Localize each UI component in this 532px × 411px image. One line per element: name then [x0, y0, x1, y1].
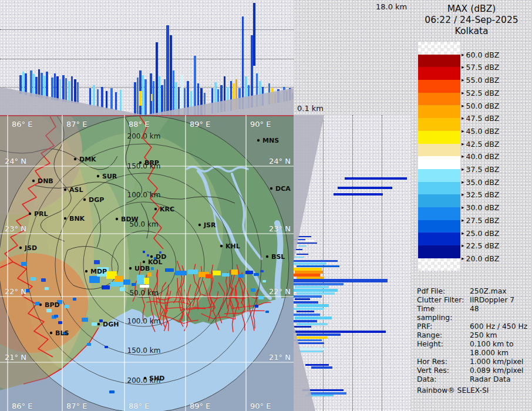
- colorbar-tick-label: ▸52.5 dBZ: [462, 88, 499, 97]
- echo-bar: [184, 88, 186, 115]
- map-lon-label-top: 88° E: [129, 120, 149, 129]
- echo-bar: [137, 78, 139, 115]
- echo-bar: [54, 73, 56, 100]
- echo-bar: [97, 89, 99, 107]
- metadata-value: 1.000 km/pixel: [470, 358, 531, 366]
- echo-bar: [224, 76, 225, 112]
- radar-echo: [147, 272, 151, 277]
- echo-bar: [297, 342, 324, 344]
- echo-bar: [142, 75, 144, 115]
- city-label: DCA: [275, 185, 291, 193]
- echo-bar: [295, 298, 310, 300]
- city-label: DGP: [89, 196, 104, 204]
- colorbar-block-below-min: [418, 258, 460, 271]
- echo-bar: [194, 56, 196, 115]
- radar-echo: [58, 321, 62, 324]
- radar-echo: [94, 260, 100, 264]
- city-label: UDB: [134, 265, 150, 272]
- echo-bar: [294, 257, 304, 258]
- city-marker: [50, 332, 52, 334]
- colorbar-block: [418, 194, 460, 207]
- map-lon-label-bottom: 86° E: [12, 402, 32, 410]
- echo-bar: [302, 389, 344, 391]
- echo-bar: [242, 16, 244, 109]
- tick-text: 30.0 dBZ: [466, 203, 500, 212]
- echo-bar: [274, 94, 276, 103]
- map-lon-label-top: 87° E: [66, 120, 87, 129]
- echo-bar: [101, 87, 103, 108]
- colorbar-tick-label: ▸27.5 dBZ: [462, 215, 499, 224]
- city-label: BRP: [144, 159, 159, 167]
- metadata-value: 0.089 km/pixel: [470, 366, 531, 375]
- echo-bar: [49, 75, 50, 99]
- echo-bar: [230, 81, 232, 111]
- height-gridline: [352, 115, 353, 411]
- radar-echo: [144, 278, 149, 284]
- radar-echo: [231, 269, 238, 275]
- city-label: JSD: [24, 244, 37, 252]
- tick-text: 40.0 dBZ: [466, 152, 500, 161]
- radar-echo: [265, 311, 269, 313]
- metadata-row: Clutter Filter:IIRDoppler 7: [417, 296, 531, 305]
- city-label: KRC: [160, 206, 174, 213]
- height-axis-min-label: 0.1 km: [297, 104, 324, 113]
- colorbar-tick-label: ▸25.0 dBZ: [462, 228, 499, 237]
- tick-text: 52.5 dBZ: [466, 88, 500, 97]
- radar-echo: [92, 322, 97, 326]
- tick-text: 45.0 dBZ: [466, 126, 500, 135]
- echo-bar: [338, 187, 392, 189]
- tick-arrow-icon: ▸: [462, 205, 464, 210]
- echo-bar: [294, 331, 386, 333]
- echo-bar: [256, 73, 258, 107]
- echo-bar: [106, 91, 107, 109]
- echo-bar: [294, 239, 305, 240]
- echo-bar: [294, 301, 318, 304]
- city-label: KOL: [148, 258, 162, 266]
- tick-arrow-icon: ▸: [462, 217, 464, 223]
- echo-bar: [305, 395, 334, 396]
- echo-bar: [297, 292, 335, 295]
- radar-echo: [245, 271, 253, 274]
- echo-bar: [59, 79, 61, 101]
- city-label: MNS: [262, 137, 279, 144]
- tick-text: 22.5 dBZ: [466, 241, 500, 250]
- radar-echo: [132, 283, 136, 286]
- echo-bar: [235, 79, 237, 110]
- echo-bar: [297, 311, 314, 312]
- radar-echo: [258, 296, 264, 299]
- city-marker: [116, 218, 118, 220]
- tick-arrow-icon: ▸: [462, 103, 464, 108]
- echo-bar: [120, 90, 122, 112]
- city-label: BNK: [69, 215, 85, 223]
- echo-bar: [74, 79, 76, 103]
- metadata-label: Hor Res:: [417, 358, 470, 366]
- radar-echo: [110, 282, 123, 287]
- colorbar-tick-label: ▸32.5 dBZ: [462, 190, 499, 199]
- range-ring-label: 50.0 km: [129, 289, 158, 297]
- map-lat-label-right: 23° N: [269, 224, 291, 233]
- echo-bar: [170, 35, 172, 115]
- city-marker: [198, 224, 201, 226]
- echo-bar: [345, 177, 407, 180]
- echo-bar: [25, 73, 27, 95]
- radar-echo: [255, 305, 258, 308]
- city-marker: [97, 175, 99, 177]
- echo-bar: [187, 81, 189, 115]
- tick-arrow-icon: ▸: [462, 167, 464, 172]
- echo-bar: [164, 79, 166, 115]
- echo-bar: [134, 82, 136, 115]
- echo-bar: [173, 70, 174, 115]
- city-marker: [139, 161, 142, 164]
- metadata-label: Height:: [417, 340, 470, 349]
- city-marker: [129, 267, 132, 269]
- metadata-label: Clutter Filter:: [417, 296, 470, 305]
- echo-bar: [294, 295, 322, 298]
- city-label: DNB: [38, 177, 53, 185]
- echo-bar: [297, 304, 329, 307]
- metadata-label: [417, 349, 470, 358]
- metadata-value: 48: [470, 305, 531, 322]
- radar-echo: [222, 273, 230, 277]
- radar-echo: [175, 271, 187, 275]
- echo-bar: [297, 348, 326, 350]
- tick-arrow-icon: ▸: [462, 192, 464, 197]
